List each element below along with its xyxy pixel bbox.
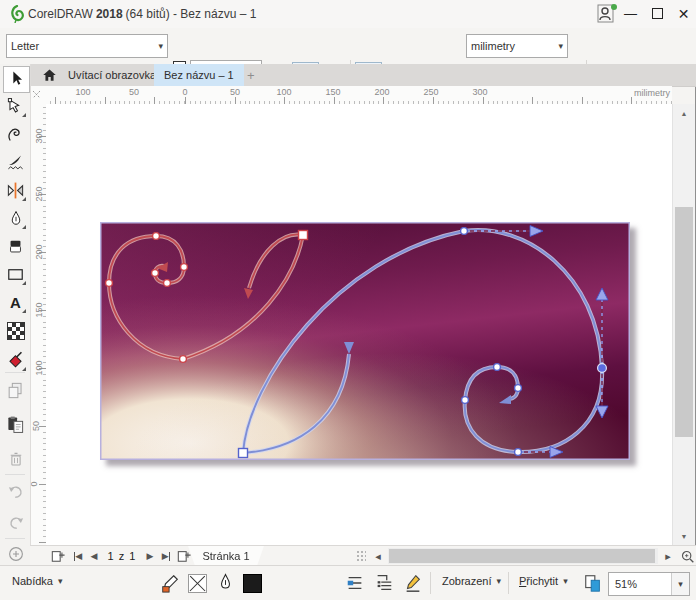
zoom-levels-button[interactable] bbox=[583, 573, 603, 593]
color-eyedropper-button[interactable] bbox=[160, 573, 180, 593]
edit-fill-button[interactable] bbox=[403, 573, 423, 593]
curve-node[interactable] bbox=[515, 449, 522, 456]
close-button[interactable]: ✕ bbox=[671, 0, 696, 27]
no-fill-indicator[interactable] bbox=[188, 574, 207, 593]
ruler-label: 150 bbox=[34, 302, 44, 317]
mesh-fill-tool[interactable] bbox=[3, 318, 28, 343]
fill-color-indicator[interactable] bbox=[243, 574, 262, 593]
page-tab[interactable]: Stránka 1 bbox=[188, 546, 264, 566]
ruler-origin-corner[interactable] bbox=[30, 86, 47, 105]
properties-icon bbox=[345, 573, 365, 593]
drawing-canvas[interactable] bbox=[46, 104, 672, 545]
ruler-unit-label: milimetry bbox=[634, 88, 670, 98]
page-navigation-bar: ◀ ◀ 1 z 1 ▶ ▶ Stránka 1 ◂ ▸ bbox=[30, 545, 696, 566]
delete-button[interactable] bbox=[3, 446, 28, 471]
curve-node[interactable] bbox=[152, 270, 159, 277]
no-fill-icon bbox=[188, 574, 207, 593]
scroll-up-button[interactable]: ▲ bbox=[673, 106, 695, 120]
undo-button[interactable] bbox=[3, 479, 28, 504]
last-page-button[interactable]: ▶ bbox=[158, 546, 174, 566]
next-page-button[interactable]: ▶ bbox=[143, 546, 157, 566]
pan-zoom-button[interactable] bbox=[678, 546, 696, 566]
curve-node[interactable] bbox=[106, 280, 113, 287]
ruler-label: 250 bbox=[34, 186, 44, 201]
horizontal-scroll-thumb[interactable] bbox=[389, 549, 655, 563]
menu-button[interactable]: Nabídka▾ bbox=[12, 575, 63, 587]
mesh-fill-icon bbox=[7, 322, 25, 340]
ruler-label: 100 bbox=[34, 360, 44, 375]
placed-image-object[interactable] bbox=[100, 222, 630, 460]
ruler-label: 200 bbox=[34, 244, 44, 259]
view-mode-button[interactable]: Zobrazení▾ bbox=[442, 575, 501, 587]
account-status-icon[interactable] bbox=[596, 3, 618, 25]
horizontal-scrollbar[interactable] bbox=[388, 548, 658, 564]
status-bar: Nabídka▾ bbox=[0, 565, 696, 600]
first-page-button[interactable]: ◀ bbox=[70, 546, 86, 566]
scroll-right-button[interactable]: ▸ bbox=[660, 546, 676, 566]
units-select[interactable]: milimetry▾ bbox=[466, 34, 568, 58]
tab-welcome-screen[interactable]: Uvítací obrazovka bbox=[58, 64, 166, 86]
curve-node[interactable] bbox=[461, 228, 468, 235]
scrollbar-grip[interactable] bbox=[356, 550, 366, 562]
edit-fill-icon bbox=[403, 573, 423, 593]
new-document-tab-button[interactable]: + bbox=[240, 64, 262, 86]
separator bbox=[5, 372, 25, 373]
curve-node[interactable] bbox=[515, 385, 522, 392]
snap-to-button[interactable]: Přichytit▾ bbox=[519, 575, 568, 587]
paste-icon bbox=[6, 415, 25, 434]
horizontal-ruler[interactable]: 100 50 0 50 100 150 200 250 300 milimetr… bbox=[46, 86, 672, 105]
home-icon bbox=[42, 68, 57, 82]
add-page-icon bbox=[51, 549, 65, 563]
ruler-label: 300 bbox=[34, 128, 44, 143]
page-size-select[interactable]: Letter▾ bbox=[6, 34, 168, 58]
ruler-label: 0 bbox=[182, 87, 187, 97]
page-counter: 1 z 1 bbox=[102, 546, 142, 566]
eraser-tool[interactable] bbox=[3, 234, 28, 259]
add-page-before-button[interactable] bbox=[50, 546, 66, 566]
curve-node[interactable] bbox=[462, 397, 469, 404]
object-properties-button[interactable] bbox=[345, 573, 365, 593]
zoom-pages-icon bbox=[583, 573, 603, 593]
copy-button[interactable] bbox=[3, 378, 28, 403]
ruler-label: 50 bbox=[31, 421, 41, 431]
curve-node[interactable] bbox=[180, 356, 187, 363]
zoom-level-select[interactable]: 51% ▾ bbox=[608, 572, 690, 596]
rectangle-tool[interactable] bbox=[3, 262, 28, 287]
outline-color-indicator[interactable] bbox=[216, 573, 235, 592]
minimize-button[interactable]: — bbox=[618, 0, 643, 27]
smart-fill-tool[interactable] bbox=[3, 348, 28, 373]
separator bbox=[508, 572, 509, 594]
redo-icon bbox=[7, 514, 25, 532]
fill-swatch-icon bbox=[243, 574, 262, 593]
text-tool[interactable]: A bbox=[3, 290, 28, 315]
artistic-media-tool[interactable] bbox=[3, 150, 28, 175]
paste-button[interactable] bbox=[3, 412, 28, 437]
curve-node[interactable] bbox=[494, 364, 501, 371]
freehand-curve-tool[interactable] bbox=[3, 122, 28, 147]
scroll-left-button[interactable]: ◂ bbox=[370, 546, 386, 566]
maximize-button[interactable] bbox=[645, 0, 670, 27]
wallpaper-image bbox=[100, 222, 630, 460]
curve-start-node[interactable] bbox=[239, 449, 248, 458]
vertical-scroll-thumb[interactable] bbox=[675, 207, 693, 437]
vertical-ruler[interactable]: 300 250 200 150 100 50 0 bbox=[30, 104, 47, 545]
tab-document[interactable]: Bez názvu – 1 bbox=[154, 64, 244, 86]
smart-drawing-tool[interactable] bbox=[3, 178, 28, 203]
ruler-label: 300 bbox=[472, 87, 487, 97]
chevron-down-icon: ▾ bbox=[558, 41, 563, 51]
redo-button[interactable] bbox=[3, 510, 28, 535]
scroll-down-button[interactable]: ▼ bbox=[673, 529, 695, 543]
curve-end-node[interactable] bbox=[299, 231, 308, 240]
pick-tool[interactable] bbox=[3, 66, 30, 93]
curve-node[interactable] bbox=[181, 264, 188, 271]
vertical-scrollbar[interactable]: ▲ ▼ bbox=[672, 104, 695, 545]
object-manager-button[interactable] bbox=[374, 573, 394, 593]
curve-node[interactable] bbox=[153, 233, 160, 240]
shape-tool[interactable] bbox=[3, 94, 28, 119]
add-tool-button[interactable] bbox=[3, 541, 28, 566]
curve-node[interactable] bbox=[164, 280, 171, 287]
previous-page-button[interactable]: ◀ bbox=[87, 546, 101, 566]
selected-curve-node[interactable] bbox=[598, 364, 607, 373]
chevron-down-icon[interactable]: ▾ bbox=[671, 573, 689, 595]
pen-tool[interactable] bbox=[3, 206, 28, 231]
